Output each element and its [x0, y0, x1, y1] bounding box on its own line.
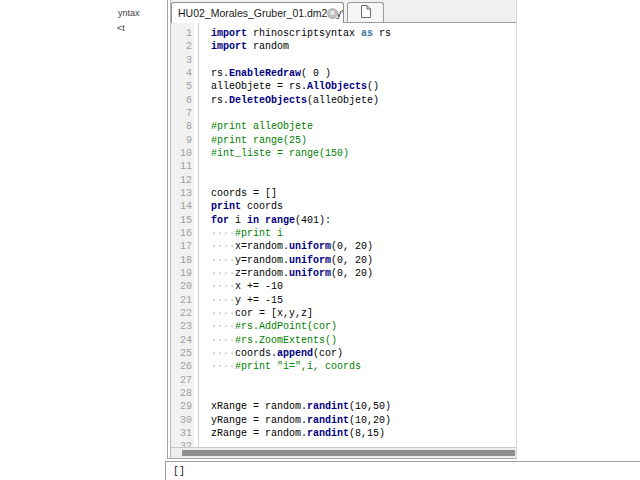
- left-text-fragment-1: yntax: [118, 8, 140, 18]
- tab-bar: HU02_Morales_Gruber_01.dm2.py* ×: [171, 0, 516, 23]
- tab-new-file[interactable]: [347, 2, 384, 22]
- line-number: 2: [171, 40, 192, 53]
- code-line: [211, 374, 516, 387]
- line-number: 10: [171, 147, 192, 160]
- code-line: [211, 174, 516, 187]
- line-number: 20: [171, 280, 192, 293]
- code-line: import rhinoscriptsyntax as rs: [211, 27, 516, 40]
- scrollbar-thumb[interactable]: [182, 450, 515, 456]
- code-line: for i in range(401):: [211, 214, 516, 227]
- code-line: ····#rs.AddPoint(cor): [211, 320, 516, 333]
- line-number: 24: [171, 334, 192, 347]
- line-number: 22: [171, 307, 192, 320]
- gutter: 1234567891011121314151617181920212223242…: [171, 23, 194, 447]
- code-line: ····#print "i=",i, coords: [211, 360, 516, 373]
- code-line: print coords: [211, 200, 516, 213]
- editor-inner: HU02_Morales_Gruber_01.dm2.py* × 1234567…: [170, 0, 516, 458]
- line-number: 15: [171, 214, 192, 227]
- code-line: ····y=random.uniform(0, 20): [211, 254, 516, 267]
- output-console[interactable]: []: [165, 461, 640, 480]
- code-line: ····coords.append(cor): [211, 347, 516, 360]
- screen: { "left_fragments": { "line1": "yntax", …: [0, 0, 640, 480]
- line-number: 29: [171, 400, 192, 413]
- code-line: rs.EnableRedraw( 0 ): [211, 67, 516, 80]
- line-number: 32: [171, 440, 192, 447]
- line-number: 27: [171, 374, 192, 387]
- output-text: []: [173, 466, 185, 477]
- code-line: coords = []: [211, 187, 516, 200]
- line-number: 14: [171, 200, 192, 213]
- line-number: 25: [171, 347, 192, 360]
- close-icon[interactable]: ×: [327, 8, 338, 19]
- code-line: ····x=random.uniform(0, 20): [211, 240, 516, 253]
- line-number: 21: [171, 294, 192, 307]
- code-line: ····cor = [x,y,z]: [211, 307, 516, 320]
- code-line: alleObjete = rs.AllObjects(): [211, 80, 516, 93]
- code-line: ····#rs.ZoomExtents(): [211, 334, 516, 347]
- code-line: ····#print i: [211, 227, 516, 240]
- line-number: 23: [171, 320, 192, 333]
- line-number: 26: [171, 360, 192, 373]
- code-line: rs.DeleteObjects(alleObjete): [211, 94, 516, 107]
- left-text-fragment-2: <t: [117, 23, 125, 33]
- line-number: 12: [171, 174, 192, 187]
- code-line: yRange = random.randint(10,20): [211, 414, 516, 427]
- line-number: 9: [171, 134, 192, 147]
- horizontal-scrollbar[interactable]: [171, 447, 516, 458]
- line-number: 31: [171, 427, 192, 440]
- line-number: 16: [171, 227, 192, 240]
- new-file-icon: [360, 4, 371, 22]
- line-number: 18: [171, 254, 192, 267]
- code-line: [211, 387, 516, 400]
- code-line: #print alleObjete: [211, 120, 516, 133]
- line-number: 4: [171, 67, 192, 80]
- line-number: 28: [171, 387, 192, 400]
- line-number: 13: [171, 187, 192, 200]
- code-line: [211, 54, 516, 67]
- code-line: ····y += -15: [211, 294, 516, 307]
- line-number: 19: [171, 267, 192, 280]
- line-number: 7: [171, 107, 192, 120]
- code-line: ····z=random.uniform(0, 20): [211, 267, 516, 280]
- line-number: 6: [171, 94, 192, 107]
- line-number: 8: [171, 120, 192, 133]
- code-editor[interactable]: 1234567891011121314151617181920212223242…: [171, 23, 516, 447]
- code-line: xRange = random.randint(10,50): [211, 400, 516, 413]
- code-line: [211, 160, 516, 173]
- line-number: 11: [171, 160, 192, 173]
- code-line: zRange = random.randint(8,15): [211, 427, 516, 440]
- line-number: 1: [171, 27, 192, 40]
- code-lines: import rhinoscriptsyntax as rsimport ran…: [199, 23, 516, 447]
- line-number: 30: [171, 414, 192, 427]
- line-number: 5: [171, 80, 192, 93]
- code-line: import random: [211, 40, 516, 53]
- line-number: 17: [171, 240, 192, 253]
- script-editor-window: HU02_Morales_Gruber_01.dm2.py* × 1234567…: [167, 0, 517, 459]
- line-number: 3: [171, 54, 192, 67]
- code-line: #int_liste = range(150): [211, 147, 516, 160]
- code-line: #print range(25): [211, 134, 516, 147]
- tab-script-file[interactable]: HU02_Morales_Gruber_01.dm2.py* ×: [171, 2, 344, 23]
- code-line: [211, 440, 516, 447]
- tab-label: HU02_Morales_Gruber_01.dm2.py*: [178, 7, 344, 19]
- code-line: [211, 107, 516, 120]
- code-line: ····x += -10: [211, 280, 516, 293]
